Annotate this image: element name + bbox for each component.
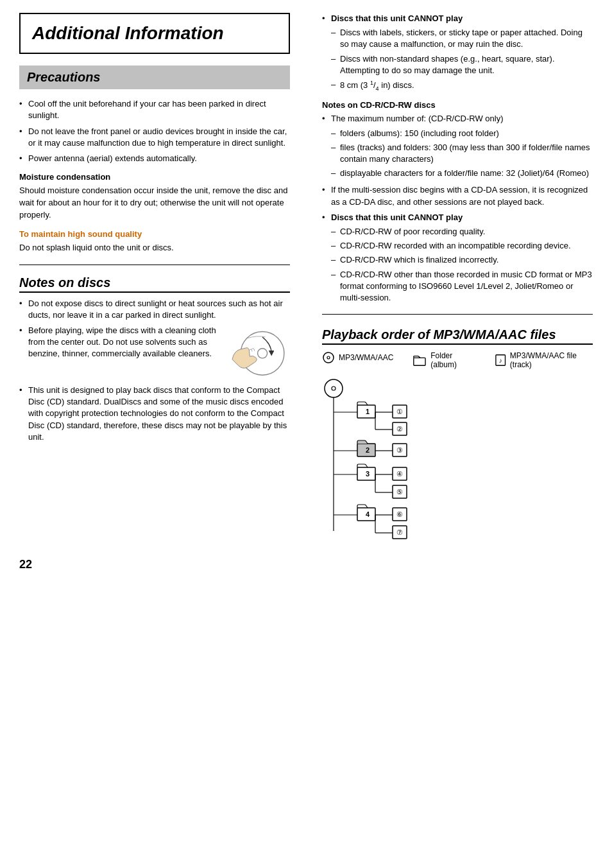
left-column: Additional Information Precautions Cool … (19, 13, 296, 552)
svg-text:1: 1 (366, 408, 370, 415)
playback-legend: MP3/WMA/AAC Folder (album) ♪ (322, 351, 593, 369)
disc-label: MP3/WMA/AAC (339, 353, 393, 362)
sound-quality-text: Do not splash liquid onto the unit or di… (19, 242, 290, 254)
list-item: Cool off the unit beforehand if your car… (19, 98, 290, 121)
right-column: Discs that this unit CANNOT play Discs w… (316, 13, 593, 552)
cd-cannot-play-list: CD-R/CD-RW of poor recording quality. CD… (331, 226, 593, 304)
list-item: CD-R/CD-RW of poor recording quality. (331, 226, 593, 238)
svg-text:⑤: ⑤ (396, 488, 403, 496)
disc-icon (322, 351, 335, 364)
svg-text:②: ② (396, 425, 403, 433)
legend-file: ♪ MP3/WMA/AAC file (track) (495, 351, 593, 369)
svg-text:④: ④ (396, 470, 403, 478)
svg-text:2: 2 (366, 446, 370, 454)
cd-dash-list-1: folders (albums): 150 (including root fo… (331, 128, 593, 180)
svg-text:⑦: ⑦ (396, 528, 403, 536)
legend-disc: MP3/WMA/AAC (322, 351, 393, 364)
list-item: CD-R/CD-RW which is finalized incorrectl… (331, 254, 593, 266)
list-item: Discs with non-standard shapes (e.g., he… (331, 53, 593, 76)
cannot-play-list: Discs that this unit CANNOT play Discs w… (322, 13, 593, 92)
divider-2 (322, 314, 593, 315)
title-box: Additional Information (19, 13, 290, 54)
list-item: Discs with labels, stickers, or sticky t… (331, 27, 593, 50)
cannot-play-dash-list: Discs with labels, stickers, or sticky t… (331, 27, 593, 92)
notes-cd-header: Notes on CD-R/CD-RW discs (322, 100, 593, 110)
file-icon: ♪ (495, 354, 506, 367)
svg-text:③: ③ (396, 446, 403, 454)
notes-on-discs-title: Notes on discs (19, 275, 290, 290)
moisture-title: Moisture condensation (19, 172, 290, 182)
list-item: CD-R/CD-RW other than those recorded in … (331, 269, 593, 304)
divider (19, 265, 290, 265)
svg-text:3: 3 (366, 470, 370, 478)
list-item: This unit is designed to play back discs… (19, 385, 290, 443)
max-number-text: The maximum number of: (CD-R/CD-RW only) (331, 114, 503, 123)
svg-rect-4 (414, 358, 425, 365)
playback-tree-diagram: 1 ① ② 2 ③ (322, 377, 514, 550)
disc-illustration (229, 326, 290, 381)
playback-header: Playback order of MP3/WMA/AAC files (322, 327, 593, 345)
svg-text:♪: ♪ (499, 357, 502, 364)
list-item: folders (albums): 150 (including root fo… (331, 128, 593, 139)
svg-text:①: ① (396, 408, 403, 415)
playback-section: Playback order of MP3/WMA/AAC files MP3/… (322, 327, 593, 552)
svg-point-3 (327, 356, 330, 359)
folder-icon (412, 354, 427, 367)
sound-quality-title: To maintain high sound quality (19, 229, 290, 239)
precautions-header: Precautions (19, 65, 290, 89)
svg-point-1 (258, 349, 268, 358)
list-item: If the multi-session disc begins with a … (322, 184, 593, 207)
precautions-list: Cool off the unit beforehand if your car… (19, 98, 290, 164)
precautions-title: Precautions (27, 70, 282, 85)
main-title: Additional Information (32, 23, 277, 44)
list-item: Discs that this unit CANNOT play Discs w… (322, 13, 593, 92)
page-number: 22 (19, 558, 32, 571)
list-item: Do not expose discs to direct sunlight o… (19, 298, 290, 321)
legend-folder: Folder (album) (412, 351, 476, 369)
svg-text:⑥: ⑥ (396, 510, 403, 518)
list-item: The maximum number of: (CD-R/CD-RW only)… (322, 113, 593, 179)
list-item: displayable characters for a folder/file… (331, 168, 593, 179)
file-label: MP3/WMA/AAC file (track) (510, 351, 593, 369)
list-item: Do not leave the front panel or audio de… (19, 126, 290, 149)
list-item: Before playing, wipe the discs with a cl… (19, 325, 290, 381)
svg-point-2 (323, 352, 334, 363)
notes-on-discs-list: Do not expose discs to direct sunlight o… (19, 298, 290, 444)
notes-cd-list: The maximum number of: (CD-R/CD-RW only)… (322, 113, 593, 304)
svg-point-7 (325, 379, 343, 397)
svg-point-8 (332, 386, 336, 390)
disc-cleaning-text: Before playing, wipe the discs with a cl… (28, 325, 223, 360)
notes-on-discs-header: Notes on discs (19, 275, 290, 293)
list-item: files (tracks) and folders: 300 (may les… (331, 142, 593, 165)
list-item: Power antenna (aerial) extends automatic… (19, 153, 290, 164)
svg-text:4: 4 (366, 510, 370, 518)
moisture-text: Should moisture condensation occur insid… (19, 185, 290, 221)
list-item: 8 cm (3 1/4 in) discs. (331, 79, 593, 93)
cannot-play-header-2: Discs that this unit CANNOT play (331, 213, 463, 222)
folder-label: Folder (album) (430, 351, 476, 369)
list-item: CD-R/CD-RW recorded with an incompatible… (331, 240, 593, 252)
playback-title: Playback order of MP3/WMA/AAC files (322, 327, 593, 342)
list-item: Discs that this unit CANNOT play CD-R/CD… (322, 212, 593, 304)
cannot-play-header: Discs that this unit CANNOT play (331, 13, 463, 23)
